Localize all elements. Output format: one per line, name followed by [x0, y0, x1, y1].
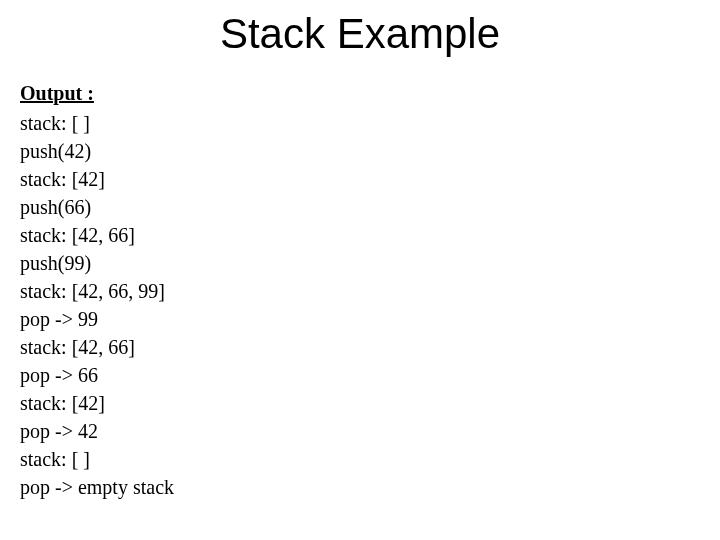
output-line: push(66) — [20, 193, 700, 221]
output-header: Output : — [20, 82, 700, 105]
output-line: stack: [ ] — [20, 109, 700, 137]
output-line: pop -> 66 — [20, 361, 700, 389]
slide-title: Stack Example — [0, 10, 720, 58]
output-line: stack: [ ] — [20, 445, 700, 473]
output-line: stack: [42, 66, 99] — [20, 277, 700, 305]
output-line: pop -> 99 — [20, 305, 700, 333]
output-line: stack: [42, 66] — [20, 333, 700, 361]
slide: Stack Example Output : stack: [ ] push(4… — [0, 0, 720, 540]
output-line: pop -> 42 — [20, 417, 700, 445]
output-line: stack: [42] — [20, 389, 700, 417]
output-line: stack: [42] — [20, 165, 700, 193]
output-line: stack: [42, 66] — [20, 221, 700, 249]
output-line: push(42) — [20, 137, 700, 165]
output-line: pop -> empty stack — [20, 473, 700, 501]
slide-body: Output : stack: [ ] push(42) stack: [42]… — [20, 82, 700, 501]
output-line: push(99) — [20, 249, 700, 277]
